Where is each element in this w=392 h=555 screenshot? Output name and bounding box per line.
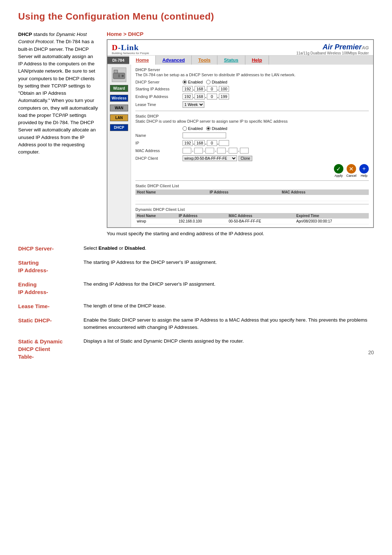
static-enabled-radio[interactable]: Enabled	[183, 126, 203, 131]
dhcp-disabled-radio[interactable]: Disabled	[206, 80, 227, 84]
static-ip-dot2: .	[205, 140, 206, 146]
static-ip-seg3[interactable]	[207, 140, 217, 146]
mac-dash3: -	[215, 148, 216, 153]
page-number: 20	[83, 349, 374, 356]
static-ip-dot1: .	[193, 140, 194, 146]
def-desc-static-dhcp: Enable the Static DHCP server to assign …	[83, 317, 374, 331]
ip-dot5: .	[205, 94, 206, 99]
dynamic-ip: 192.168.0.100	[177, 219, 227, 224]
dhcp-client-dropdown[interactable]: winxp,00-50-BA-FF-FF-FE	[183, 155, 237, 161]
below-text: You must specify the starting and ending…	[107, 230, 374, 237]
mac-dash4: -	[226, 148, 228, 153]
starting-ip-seg3[interactable]	[207, 86, 217, 92]
ending-ip-label: Ending IP Address	[135, 94, 183, 99]
static-dhcp-desc: Static DHCP is used to allow DHCP server…	[135, 119, 369, 123]
starting-ip-label: Starting IP Address	[135, 87, 183, 91]
name-value	[183, 132, 226, 138]
ip-dot1: .	[193, 86, 194, 91]
mac-seg2[interactable]	[194, 148, 203, 154]
static-ip-seg2[interactable]	[195, 140, 205, 146]
dynamic-expired: Apri/08/2003 00:00:17	[295, 219, 369, 224]
def-bold-disabled: Disabled	[124, 245, 145, 251]
sidebar-btn-wireless[interactable]: Wireless	[110, 95, 128, 102]
apply-button[interactable]: ✓ Apply	[334, 164, 343, 177]
right-column: Home > DHCP D-Link Building Networks for…	[107, 31, 374, 237]
starting-ip-value: . . .	[183, 86, 229, 92]
lease-time-select[interactable]: 1 Week 1 Day 1 Hour	[183, 101, 204, 108]
cancel-label: Cancel	[346, 174, 356, 177]
name-input[interactable]	[183, 132, 226, 138]
apply-icon: ✓	[334, 164, 343, 174]
dhcp-enabled-circle	[183, 80, 187, 84]
name-row: Name	[135, 132, 369, 138]
sidebar-btn-wizard[interactable]: Wizard	[110, 85, 128, 92]
logo-sub: Building Networks for People	[112, 52, 149, 55]
static-enabled-circle	[183, 126, 187, 131]
static-ip-value: . . .	[183, 140, 229, 146]
nav-tab-tools[interactable]: Tools	[192, 56, 217, 65]
static-ip-row: IP . . .	[135, 140, 369, 146]
mac-row: MAC Address - - - -	[135, 148, 369, 154]
def-desc-ending-ip: The ending IP Address for the DHCP serve…	[83, 281, 374, 288]
starting-ip-field: . . .	[183, 86, 229, 92]
nav-tab-home[interactable]: Home	[129, 56, 156, 65]
sidebar-btn-dhcp[interactable]: DHCP	[110, 124, 128, 131]
cancel-button[interactable]: ✕ Cancel	[346, 164, 356, 177]
ending-ip-seg2[interactable]	[195, 94, 205, 99]
router-header: D-Link Building Networks for People Air …	[107, 40, 373, 56]
starting-ip-seg4[interactable]	[219, 86, 229, 92]
def-lease-time: Lease Time- The length of time of the DH…	[18, 302, 374, 310]
ending-ip-seg4[interactable]	[219, 94, 229, 99]
ip-dot4: .	[193, 94, 194, 99]
starting-ip-seg1[interactable]	[183, 86, 193, 92]
nav-bar: DI-784 Home Advanced Tools Status Help	[107, 56, 373, 65]
def-dhcp-server: DHCP Server- Select Enabled or Disabled.	[18, 245, 374, 252]
ending-ip-seg1[interactable]	[183, 94, 193, 99]
clone-button[interactable]: Clone	[238, 156, 252, 161]
ending-ip-field: . . .	[183, 94, 229, 99]
dhcp-server-row: DHCP Server Enabled Disabled	[135, 80, 369, 84]
page-title: Using the Configuration Menu (continued)	[18, 11, 374, 22]
mac-seg5[interactable]	[229, 148, 237, 154]
static-disabled-radio[interactable]: Disabled	[206, 126, 227, 131]
static-client-table: Host Name IP Address MAC Address	[135, 189, 369, 201]
dhcp-server-desc: The DI-784 can be setup as a DHCP Server…	[135, 73, 369, 77]
dhcp-enabled-radio[interactable]: Enabled	[183, 80, 203, 84]
static-ip-seg4[interactable]	[219, 140, 229, 146]
divider1	[135, 111, 369, 111]
static-radio-value: Enabled Disabled	[183, 126, 227, 131]
ending-ip-seg3[interactable]	[207, 94, 217, 99]
nav-tab-status[interactable]: Status	[217, 56, 245, 65]
mac-seg3[interactable]	[205, 148, 214, 154]
static-radio-group: Enabled Disabled	[183, 126, 227, 131]
main-layout: DHCP stands for Dynamic Host Control Pro…	[18, 31, 374, 237]
dhcp-server-radio-group: Enabled Disabled	[183, 80, 227, 84]
dynamic-host: winxp	[135, 219, 177, 224]
cancel-icon: ✕	[347, 164, 356, 174]
sidebar-btn-wan[interactable]: WAN	[110, 105, 128, 111]
starting-ip-seg2[interactable]	[195, 86, 205, 92]
help-button[interactable]: + Help	[359, 164, 369, 177]
def-desc-static-dynamic: Displays a list of Static and Dynamic DH…	[83, 338, 374, 356]
router-sidebar: Wizard Wireless WAN LAN DHCP	[107, 65, 131, 227]
static-ip-seg1[interactable]	[183, 140, 193, 146]
router-ui: D-Link Building Networks for People Air …	[107, 39, 374, 228]
static-col2: IP Address	[208, 189, 281, 195]
dhcp-bold: DHCP	[18, 32, 32, 37]
nav-tab-help[interactable]: Help	[245, 56, 269, 65]
name-label: Name	[135, 133, 183, 138]
starting-ip-row: Starting IP Address . . .	[135, 86, 369, 92]
def-bold-enabled: Enabled	[98, 245, 118, 251]
mac-seg6[interactable]	[240, 148, 249, 154]
mac-value: - - - - -	[183, 148, 249, 154]
mac-dash5: -	[238, 148, 240, 153]
mac-seg1[interactable]	[183, 148, 191, 154]
dhcp-server-title: DHCP Server	[135, 68, 369, 72]
mac-seg4[interactable]	[217, 148, 226, 154]
sidebar-btn-lan[interactable]: LAN	[110, 114, 128, 121]
nav-tab-advanced[interactable]: Advanced	[156, 56, 192, 65]
static-disabled-circle	[206, 126, 211, 131]
svg-rect-3	[118, 74, 120, 77]
dynamic-table-row: winxp 192.168.0.100 00-50-BA-FF-FF-FE Ap…	[135, 219, 369, 224]
def-term-static-dynamic: Static & DynamicDHCP ClientTable-	[18, 338, 76, 360]
